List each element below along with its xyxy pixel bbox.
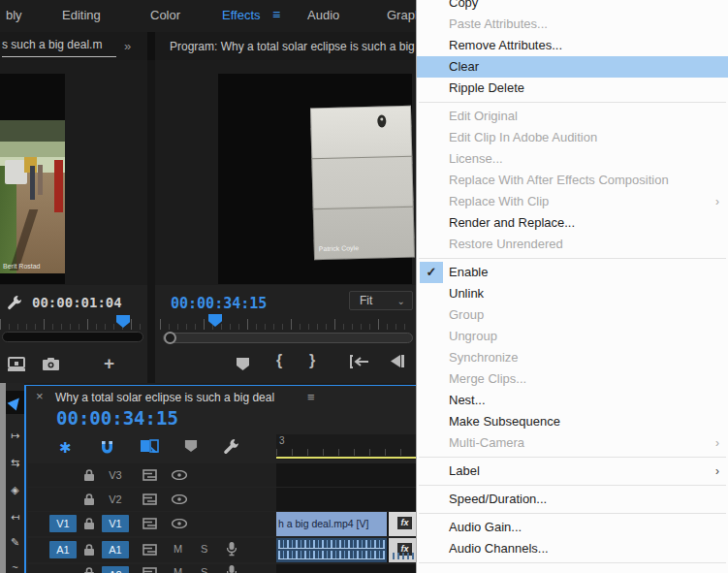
menu-separator bbox=[417, 482, 728, 489]
sync-lock-icon[interactable] bbox=[142, 567, 157, 573]
track-header-v1: V1 V1 bbox=[28, 512, 276, 536]
workspace-menu-icon[interactable]: ≡ bbox=[272, 7, 280, 22]
menu-item-remove-attributes[interactable]: Remove Attributes... bbox=[417, 35, 728, 56]
source-patch-v1[interactable]: V1 bbox=[49, 515, 77, 532]
ripple-edit-tool[interactable]: ⇆ bbox=[6, 451, 24, 474]
timeline-timecode[interactable]: 00:00:34:15 bbox=[56, 407, 178, 429]
camera-icon[interactable] bbox=[43, 358, 59, 370]
submenu-arrow-icon: › bbox=[715, 461, 719, 482]
program-ruler[interactable] bbox=[160, 315, 413, 330]
mark-out-icon[interactable]: } bbox=[309, 352, 315, 369]
menu-item-clear[interactable]: Clear bbox=[417, 56, 728, 78]
menu-item-label[interactable]: Label› bbox=[417, 461, 728, 482]
menu-item-multi-camera: Multi-Camera› bbox=[417, 432, 728, 454]
workspace-tab-color[interactable]: Color bbox=[150, 8, 180, 22]
sync-lock-icon[interactable] bbox=[142, 544, 157, 556]
source-monitor-tab[interactable]: s such a big deal.m bbox=[2, 38, 116, 57]
nest-sequences-icon[interactable]: ✱ bbox=[59, 439, 72, 457]
eye-icon[interactable] bbox=[172, 470, 187, 480]
menu-separator bbox=[417, 454, 728, 461]
menu-separator bbox=[417, 559, 728, 566]
menu-item-unlink[interactable]: Unlink bbox=[417, 283, 728, 304]
fx-badge: fx bbox=[397, 517, 412, 529]
menu-separator bbox=[417, 99, 728, 106]
track-target-v3[interactable]: V3 bbox=[102, 466, 129, 484]
video-clip[interactable]: h a big deal.mp4 [V] bbox=[276, 512, 387, 536]
video-clip-label: h a big deal.mp4 [V] bbox=[276, 512, 387, 535]
settings-wrench-icon[interactable] bbox=[7, 295, 22, 310]
track-target-v2[interactable]: V2 bbox=[102, 491, 129, 508]
mark-in-icon[interactable]: { bbox=[276, 352, 282, 369]
track-target-a1[interactable]: A1 bbox=[102, 541, 129, 558]
go-to-in-icon[interactable] bbox=[348, 355, 369, 368]
solo-button[interactable]: S bbox=[201, 543, 207, 555]
add-marker-icon[interactable] bbox=[236, 357, 250, 371]
workspace-tab-audio[interactable]: Audio bbox=[307, 8, 339, 22]
hand-tool[interactable]: ~ bbox=[6, 556, 24, 573]
track-target-a2[interactable]: A2 bbox=[102, 566, 129, 573]
menu-item-ungroup: Ungroup bbox=[417, 326, 728, 347]
tab-overflow-icon[interactable]: » bbox=[124, 39, 129, 53]
step-back-icon[interactable] bbox=[390, 355, 405, 367]
menu-item-copy[interactable]: Copy bbox=[417, 0, 728, 14]
fit-dropdown[interactable]: Fit ⌄ bbox=[349, 291, 413, 310]
lock-icon[interactable] bbox=[84, 544, 94, 556]
audio-clip[interactable] bbox=[276, 538, 387, 562]
track-target-v1[interactable]: V1 bbox=[102, 515, 129, 532]
slip-tool[interactable]: ↤ bbox=[6, 505, 24, 528]
mic-icon[interactable] bbox=[227, 542, 237, 557]
selection-tool[interactable] bbox=[6, 391, 24, 414]
mute-button[interactable]: M bbox=[174, 543, 182, 555]
source-patch-a1[interactable]: A1 bbox=[49, 541, 77, 558]
track-select-tool[interactable]: ↦ bbox=[6, 424, 24, 447]
pen-tool[interactable]: ✎ bbox=[6, 530, 24, 554]
eye-icon[interactable] bbox=[172, 494, 187, 504]
add-button-icon[interactable]: + bbox=[104, 353, 114, 374]
linked-selection-icon[interactable] bbox=[141, 438, 159, 454]
eye-icon[interactable] bbox=[172, 519, 187, 528]
program-monitor-tab[interactable]: Program: Why a total solar eclipse is su… bbox=[170, 40, 415, 53]
sync-lock-icon[interactable] bbox=[142, 469, 157, 481]
mute-button[interactable]: M bbox=[174, 566, 182, 573]
program-timecode: 00:00:34:15 bbox=[171, 295, 267, 312]
submenu-arrow-icon: › bbox=[715, 432, 719, 454]
card-line bbox=[311, 155, 412, 159]
workspace-tab-bly[interactable]: bly bbox=[6, 8, 22, 22]
panel-menu-icon[interactable]: ≡ bbox=[307, 390, 315, 404]
lock-icon[interactable] bbox=[84, 518, 94, 529]
lock-icon[interactable] bbox=[84, 493, 94, 505]
menu-item-audio-gain[interactable]: Audio Gain... bbox=[417, 517, 728, 538]
lock-icon[interactable] bbox=[84, 469, 94, 481]
program-scrollbar[interactable] bbox=[163, 333, 413, 343]
fit-dropdown-value: Fit bbox=[360, 294, 372, 307]
menu-item-nest[interactable]: Nest... bbox=[417, 390, 728, 411]
close-icon[interactable]: × bbox=[36, 389, 44, 403]
menu-item-enable[interactable]: Enable✓ bbox=[417, 262, 728, 283]
source-watermark: Berit Rostad bbox=[3, 263, 41, 270]
export-frame-icon[interactable] bbox=[8, 357, 25, 372]
menu-item-make-subsequence[interactable]: Make Subsequence bbox=[417, 411, 728, 432]
mic-icon[interactable] bbox=[227, 565, 237, 573]
solo-button[interactable]: S bbox=[201, 566, 207, 573]
source-video-frame: Berit Rostad bbox=[0, 74, 65, 284]
scrollbar-knob[interactable] bbox=[164, 332, 176, 344]
menu-item-render-and-replace[interactable]: Render and Replace... bbox=[417, 212, 728, 234]
source-scrollbar[interactable] bbox=[2, 332, 143, 342]
menu-item-ripple-delete[interactable]: Ripple Delete bbox=[417, 78, 728, 99]
sync-lock-icon[interactable] bbox=[142, 493, 157, 505]
timeline-settings-wrench-icon[interactable] bbox=[223, 438, 239, 455]
lock-icon[interactable] bbox=[84, 567, 94, 573]
source-timecode: 00:00:01:04 bbox=[32, 295, 122, 310]
add-marker-icon[interactable] bbox=[184, 439, 198, 453]
sync-lock-icon[interactable] bbox=[142, 518, 157, 529]
menu-item-speed-duration[interactable]: Speed/Duration... bbox=[417, 489, 728, 510]
razor-tool[interactable]: ◈ bbox=[6, 478, 24, 501]
snap-magnet-icon[interactable] bbox=[99, 438, 115, 455]
workspace-tab-effects[interactable]: Effects bbox=[222, 8, 261, 22]
menu-item-edit-clip-in-adobe-audition: Edit Clip In Adobe Audition bbox=[417, 127, 728, 148]
submenu-arrow-icon: › bbox=[715, 191, 719, 212]
workspace-tab-editing[interactable]: Editing bbox=[62, 8, 101, 22]
track-header-v2: V2 bbox=[28, 488, 276, 511]
menu-item-audio-channels[interactable]: Audio Channels... bbox=[417, 538, 728, 559]
source-timecode-row: 00:00:01:04 bbox=[0, 293, 147, 314]
